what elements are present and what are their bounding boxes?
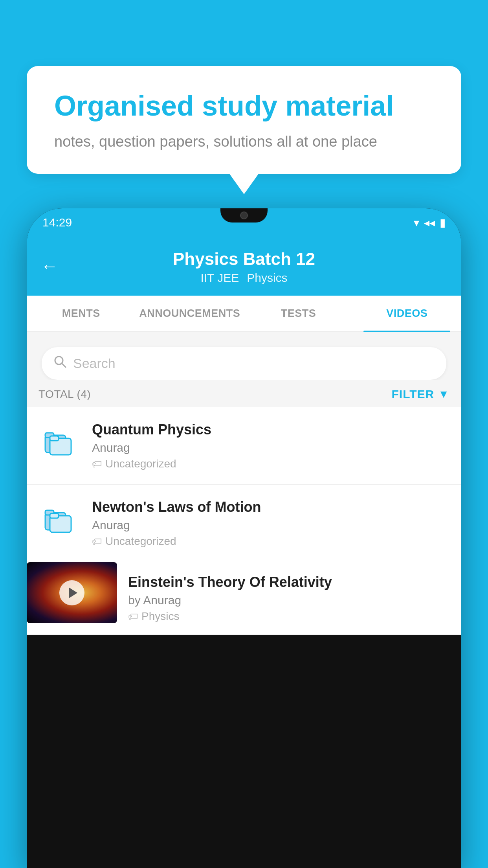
item-info: Quantum Physics Anurag 🏷 Uncategorized: [92, 421, 450, 470]
notch: [220, 208, 268, 223]
item-author: Anurag: [92, 441, 450, 454]
svg-line-1: [62, 363, 66, 367]
filter-label: FILTER: [392, 388, 435, 401]
header-tag-physics: Physics: [247, 271, 287, 285]
search-bar[interactable]: Search: [42, 347, 446, 380]
item-thumbnail: [38, 421, 81, 465]
item-title: Newton's Laws of Motion: [92, 499, 450, 515]
camera: [240, 211, 248, 219]
tag-icon: 🏷: [92, 535, 102, 548]
search-placeholder: Search: [73, 356, 116, 371]
item-thumbnail: [27, 562, 117, 623]
speech-bubble: Organised study material notes, question…: [27, 66, 461, 174]
wifi-icon: ▾: [414, 216, 419, 229]
back-button[interactable]: ←: [41, 256, 58, 276]
tab-tests[interactable]: TESTS: [244, 296, 352, 331]
phone-frame: 14:29 ▾ ◂◂ ▮ ← Physics Batch 12 IIT JEE …: [27, 208, 461, 868]
item-tag: 🏷 Physics: [128, 610, 450, 623]
list-item[interactable]: Einstein's Theory Of Relativity by Anura…: [27, 562, 461, 635]
folder-icon: [44, 505, 75, 536]
status-icons: ▾ ◂◂ ▮: [414, 216, 446, 229]
bubble-subtitle: notes, question papers, solutions all at…: [54, 133, 434, 150]
tag-label: Uncategorized: [105, 458, 176, 470]
tag-label: Uncategorized: [105, 535, 176, 548]
item-author: by Anurag: [128, 594, 450, 607]
status-bar: 14:29 ▾ ◂◂ ▮: [27, 208, 461, 237]
bubble-title: Organised study material: [54, 90, 434, 122]
play-button[interactable]: [59, 580, 84, 605]
item-tag: 🏷 Uncategorized: [92, 458, 450, 470]
svg-rect-9: [50, 513, 59, 518]
filter-icon: ▼: [438, 388, 449, 401]
item-title: Einstein's Theory Of Relativity: [128, 574, 450, 590]
tab-videos[interactable]: VIDEOS: [353, 296, 461, 331]
svg-rect-5: [50, 436, 59, 441]
status-time: 14:29: [42, 216, 72, 229]
tag-icon: 🏷: [92, 458, 102, 470]
header-title: Physics Batch 12: [173, 249, 315, 269]
item-title: Quantum Physics: [92, 421, 450, 438]
tag-label: Physics: [141, 610, 179, 623]
video-list: Quantum Physics Anurag 🏷 Uncategorized: [27, 407, 461, 635]
total-count: TOTAL (4): [39, 388, 91, 401]
app-header: ← Physics Batch 12 IIT JEE Physics: [27, 237, 461, 296]
signal-icon: ◂◂: [424, 216, 435, 229]
tag-icon: 🏷: [128, 611, 138, 623]
list-item[interactable]: Newton's Laws of Motion Anurag 🏷 Uncateg…: [27, 485, 461, 562]
filter-row: TOTAL (4) FILTER ▼: [27, 380, 461, 407]
header-tag-iitjee: IIT JEE: [200, 271, 239, 285]
tab-announcements[interactable]: ANNOUNCEMENTS: [135, 296, 244, 331]
play-icon: [69, 587, 77, 598]
item-info: Newton's Laws of Motion Anurag 🏷 Uncateg…: [92, 499, 450, 548]
search-icon: [53, 355, 67, 372]
battery-icon: ▮: [440, 216, 446, 229]
tab-ments[interactable]: MENTS: [27, 296, 135, 331]
tabs-bar: MENTS ANNOUNCEMENTS TESTS VIDEOS: [27, 296, 461, 332]
item-author: Anurag: [92, 519, 450, 532]
item-thumbnail: [38, 499, 81, 542]
folder-icon: [44, 427, 75, 459]
filter-button[interactable]: FILTER ▼: [392, 388, 449, 401]
item-info: Einstein's Theory Of Relativity by Anura…: [128, 562, 461, 634]
item-tag: 🏷 Uncategorized: [92, 535, 450, 548]
list-item[interactable]: Quantum Physics Anurag 🏷 Uncategorized: [27, 407, 461, 485]
header-subtitle: IIT JEE Physics: [200, 271, 287, 285]
